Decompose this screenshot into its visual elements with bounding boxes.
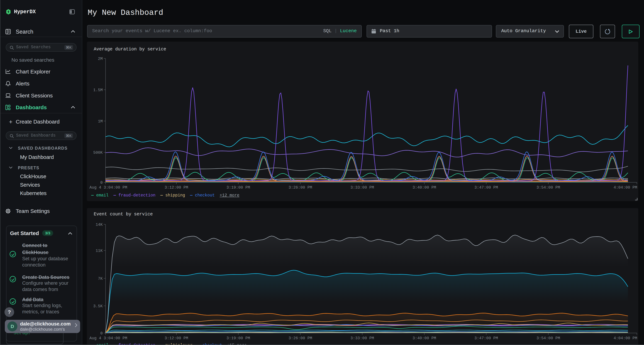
svg-text:3:19:00 PM: 3:19:00 PM	[226, 185, 250, 190]
svg-text:3:33:00 PM: 3:33:00 PM	[350, 336, 374, 341]
svg-text:3:12:00 PM: 3:12:00 PM	[164, 336, 188, 341]
svg-text:3:54:00 PM: 3:54:00 PM	[536, 336, 560, 341]
svg-text:3:33:00 PM: 3:33:00 PM	[350, 185, 374, 190]
svg-text:0: 0	[100, 181, 103, 185]
svg-text:4:04:00 PM: 4:04:00 PM	[614, 336, 637, 341]
svg-text:14K: 14K	[96, 223, 103, 227]
svg-text:Aug 4 3:04:00 PM: Aug 4 3:04:00 PM	[90, 336, 127, 341]
svg-text:3:26:00 PM: 3:26:00 PM	[288, 185, 312, 190]
svg-text:1.5M: 1.5M	[93, 88, 103, 92]
svg-text:3.5K: 3.5K	[93, 304, 103, 309]
svg-text:3:19:00 PM: 3:19:00 PM	[226, 336, 250, 341]
svg-text:3:40:00 PM: 3:40:00 PM	[412, 185, 436, 190]
svg-text:2M: 2M	[98, 57, 103, 61]
svg-text:11K: 11K	[96, 249, 103, 253]
svg-text:Aug 4 3:04:00 PM: Aug 4 3:04:00 PM	[90, 185, 127, 190]
svg-text:3:26:00 PM: 3:26:00 PM	[288, 336, 312, 341]
svg-text:1M: 1M	[98, 119, 103, 124]
svg-text:3:47:00 PM: 3:47:00 PM	[474, 336, 498, 341]
svg-text:3:47:00 PM: 3:47:00 PM	[474, 185, 498, 190]
svg-text:500K: 500K	[93, 150, 103, 155]
svg-text:3:54:00 PM: 3:54:00 PM	[536, 185, 560, 190]
svg-text:0: 0	[100, 331, 103, 336]
svg-text:4:04:00 PM: 4:04:00 PM	[614, 185, 637, 190]
svg-text:3:40:00 PM: 3:40:00 PM	[412, 336, 436, 341]
svg-text:7K: 7K	[98, 277, 103, 281]
svg-text:3:12:00 PM: 3:12:00 PM	[164, 185, 188, 190]
